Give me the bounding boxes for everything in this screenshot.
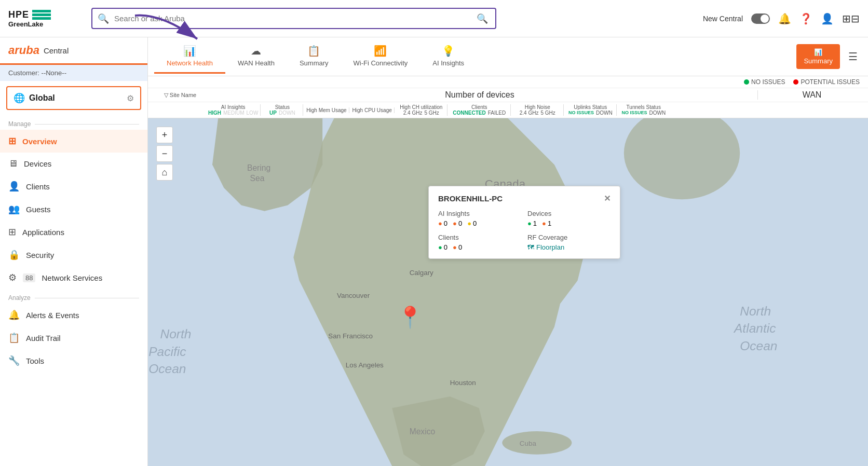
top-header: HPE GreenLake 🔍 🔍 New Central 🔔 ❓ [0, 0, 868, 37]
ai-dot-3: ● [467, 220, 471, 227]
sidebar: aruba Central Customer: --None-- 🌐 Globa… [0, 37, 148, 466]
popup-ai-title: AI Insights [438, 210, 521, 217]
tunnels-label: Tunnels Status [620, 104, 668, 110]
high-ch-sub: 2.4 GHz 5 GHz [398, 110, 445, 116]
applications-icon: ⊞ [8, 226, 16, 238]
zoom-out-button[interactable]: − [156, 145, 173, 162]
zoom-in-button[interactable]: + [156, 127, 173, 143]
ai-low: LOW [247, 110, 259, 116]
network-services-icon: ⚙ [8, 272, 17, 283]
clients-val-2: ● 0 [453, 243, 462, 251]
popup-ai-values: ● 0 ● 0 ● 0 [438, 220, 521, 227]
greenlake-text: GreenLake [8, 20, 71, 28]
sidebar-item-audit-trail[interactable]: 📋 Audit Trail [0, 326, 147, 349]
svg-text:Ocean: Ocean [148, 362, 186, 376]
filter-icon: ▽ [164, 92, 168, 98]
ai-num-2: 0 [458, 220, 462, 227]
sidebar-item-guests[interactable]: 👥 Guests [0, 198, 147, 221]
uplinks-down: DOWN [596, 110, 613, 116]
svg-text:Sea: Sea [250, 174, 265, 183]
high-mem-label: High Mem Usage [306, 107, 346, 113]
ai-insights-col-label: AI Insights [208, 104, 258, 110]
map-area[interactable]: Canada Bering Sea North Pacific Ocean No… [148, 118, 868, 466]
tools-icon: 🔧 [8, 355, 20, 366]
search-icon-right[interactable]: 🔍 [469, 13, 495, 24]
table-header-section: NO ISSUES POTENTIAL ISSUES ▽ Site Name N… [148, 76, 868, 118]
sidebar-item-alerts[interactable]: 🔔 Alerts & Events [0, 304, 147, 326]
sidebar-item-security[interactable]: 🔒 Security [0, 243, 147, 266]
home-button[interactable]: ⌂ [156, 164, 173, 181]
ch-5: 5 GHz [424, 110, 439, 116]
tab-network-health[interactable]: 📊 Network Health [154, 39, 225, 74]
customer-bar: Customer: --None-- [0, 65, 147, 81]
columns-header-row: ▽ Site Name Number of devices WAN [148, 88, 868, 102]
summary-button[interactable]: 📊 Summary [796, 44, 840, 69]
sidebar-item-applications[interactable]: ⊞ Applications [0, 221, 147, 243]
popup-rf-coverage: RF Coverage 🗺 Floorplan [527, 234, 611, 251]
list-button[interactable]: ☰ [844, 44, 862, 69]
site-name-col-label: Site Name [170, 92, 196, 98]
search-input[interactable] [114, 9, 469, 28]
svg-text:Pacific: Pacific [148, 345, 186, 359]
devices-num-1: 1 [533, 220, 537, 227]
search-container[interactable]: 🔍 🔍 [91, 8, 496, 29]
guests-label: Guests [26, 205, 51, 214]
ai-insights-sub: HIGH MEDIUM LOW [208, 110, 258, 116]
tools-label: Tools [26, 357, 44, 365]
popup-close-button[interactable]: ✕ [604, 194, 611, 203]
sidebar-item-devices[interactable]: 🖥 Devices [0, 153, 147, 175]
bell-icon[interactable]: 🔔 [778, 12, 791, 25]
noise-2.4: 2.4 GHz [520, 110, 539, 116]
popup-devices-values: ● 1 ● 1 [527, 220, 611, 227]
tab-ai-insights[interactable]: 💡 AI Insights [420, 39, 477, 74]
global-item[interactable]: 🌐 Global ⚙ [6, 86, 141, 110]
wifi-tab-label: Wi-Fi Connectivity [354, 59, 408, 67]
sidebar-item-tools[interactable]: 🔧 Tools [0, 349, 147, 372]
tab-summary[interactable]: 📋 Summary [287, 39, 341, 74]
clients-label: Clients [26, 182, 50, 191]
uplinks-label: Uplinks Status [567, 104, 614, 110]
popup-devices-title: Devices [527, 210, 611, 217]
svg-text:Bering: Bering [247, 163, 270, 172]
tab-wifi-connectivity[interactable]: 📶 Wi-Fi Connectivity [341, 39, 421, 74]
ai-num-3: 0 [473, 220, 477, 227]
devices-num-2: 1 [548, 220, 551, 227]
alerts-icon: 🔔 [8, 309, 20, 321]
popup-rf-title: RF Coverage [527, 234, 611, 241]
tabs-right-actions: 📊 Summary ☰ [796, 44, 862, 69]
hpe-text: HPE [8, 9, 29, 20]
clients-val-1: ● 0 [438, 243, 447, 251]
site-name-col-header: ▽ Site Name [154, 92, 206, 99]
analyze-section-label: Analyze [0, 289, 147, 304]
aruba-central-label: Central [44, 46, 69, 55]
audit-icon: 📋 [8, 332, 20, 344]
sidebar-item-overview[interactable]: ⊞ Overview [0, 130, 147, 153]
tunnels-sub: NO ISSUES DOWN [620, 110, 668, 116]
high-ch-col: High CH utilization 2.4 GHz 5 GHz [396, 104, 447, 116]
clients-dot-2: ● [453, 243, 457, 251]
help-icon[interactable]: ❓ [799, 12, 812, 25]
floorplan-icon: 🗺 [527, 243, 534, 251]
devices-dot-1: ● [527, 220, 532, 227]
tabs-bar: 📊 Network Health ☁ WAN Health 📋 Summary … [148, 37, 868, 76]
customer-label: Customer: --None-- [8, 69, 66, 77]
tab-wan-health[interactable]: ☁ WAN Health [225, 39, 287, 74]
grid-apps-icon[interactable]: ⊞⊟ [842, 12, 860, 25]
audit-label: Audit Trail [26, 334, 61, 342]
settings-icon[interactable]: ⚙ [127, 93, 134, 103]
floorplan-link[interactable]: 🗺 Floorplan [527, 243, 611, 251]
status-col-label: Status [264, 104, 301, 110]
popup-ai-insights: AI Insights ● 0 ● 0 ● [438, 210, 521, 227]
user-icon[interactable]: 👤 [821, 12, 834, 25]
popup-header: BROKENHILL-PC ✕ [438, 194, 611, 203]
aruba-logo: aruba [8, 44, 39, 57]
popup-clients: Clients ● 0 ● 0 [438, 234, 521, 251]
tunnels-col: Tunnels Status NO ISSUES DOWN [618, 104, 670, 116]
new-central-toggle[interactable] [751, 13, 770, 24]
sidebar-item-clients[interactable]: 👤 Clients [0, 175, 147, 198]
applications-label: Applications [22, 228, 64, 237]
clients-num-1: 0 [444, 243, 447, 251]
main-layout: aruba Central Customer: --None-- 🌐 Globa… [0, 37, 868, 466]
sidebar-item-network-services[interactable]: ⚙ 88 Network Services [0, 266, 147, 289]
popup-content: AI Insights ● 0 ● 0 ● [438, 210, 611, 251]
